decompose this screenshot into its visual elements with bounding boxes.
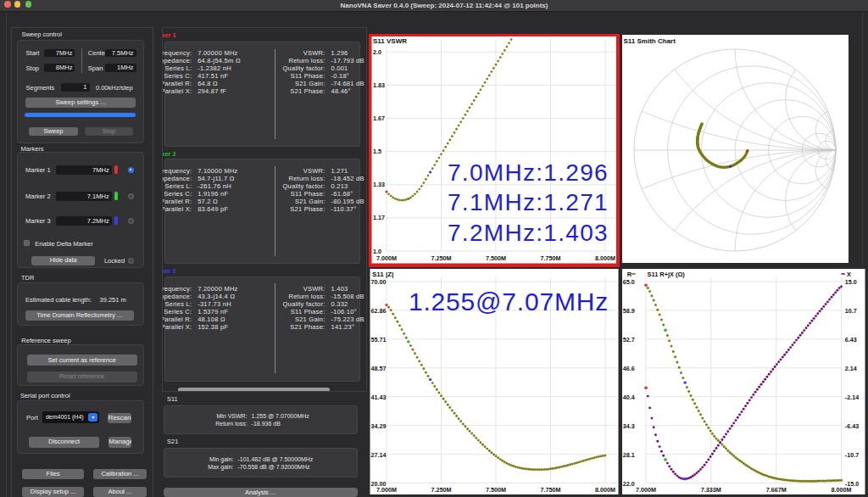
- svg-text:7.500M: 7.500M: [486, 254, 506, 262]
- svg-text:R: R: [627, 271, 632, 278]
- svg-text:S11 VSWR: S11 VSWR: [373, 37, 407, 45]
- svg-text:2.0: 2.0: [373, 48, 381, 56]
- svg-text:7.2MHz:1.403: 7.2MHz:1.403: [448, 220, 609, 246]
- svg-text:28.1: 28.1: [623, 451, 635, 459]
- svg-text:7.750M: 7.750M: [541, 254, 561, 262]
- svg-text:41.43: 41.43: [371, 394, 387, 401]
- svg-text:S11 R+jX (Ω): S11 R+jX (Ω): [648, 271, 686, 278]
- svg-text:52.7: 52.7: [623, 336, 635, 343]
- svg-text:7.250M: 7.250M: [431, 486, 452, 494]
- svg-text:1.33: 1.33: [373, 181, 385, 188]
- svg-text:10.7: 10.7: [845, 307, 857, 315]
- svg-text:1.83: 1.83: [373, 81, 385, 89]
- svg-text:S11 Smith Chart: S11 Smith Chart: [624, 37, 676, 45]
- svg-text:7.333M: 7.333M: [701, 486, 721, 494]
- svg-text:22.0: 22.0: [623, 480, 635, 488]
- svg-text:1.255@7.07MHz: 1.255@7.07MHz: [409, 288, 609, 316]
- svg-text:62.86: 62.86: [371, 307, 387, 315]
- svg-text:7.0MHz:1.296: 7.0MHz:1.296: [448, 159, 609, 186]
- svg-text:7.500M: 7.500M: [486, 486, 506, 494]
- svg-text:S11 |Z|: S11 |Z|: [372, 271, 393, 278]
- svg-text:1.67: 1.67: [373, 114, 385, 122]
- svg-text:27.14: 27.14: [371, 451, 387, 459]
- svg-text:58.9: 58.9: [623, 307, 635, 315]
- svg-text:-2.14: -2.14: [845, 394, 859, 401]
- svg-text:7.000M: 7.000M: [636, 486, 656, 494]
- svg-text:X: X: [847, 271, 851, 278]
- svg-text:40.4: 40.4: [623, 394, 635, 401]
- svg-text:8.000M: 8.000M: [595, 486, 615, 494]
- svg-text:55.71: 55.71: [371, 336, 387, 343]
- svg-text:7.250M: 7.250M: [431, 254, 452, 262]
- svg-text:8.000M: 8.000M: [595, 254, 615, 262]
- svg-text:7.000M: 7.000M: [376, 254, 397, 262]
- svg-text:7.750M: 7.750M: [541, 486, 561, 494]
- svg-text:-6.43: -6.43: [845, 422, 859, 430]
- svg-text:34.3: 34.3: [623, 422, 635, 430]
- svg-text:34.29: 34.29: [371, 422, 387, 430]
- svg-text:70.00: 70.00: [371, 278, 387, 286]
- svg-text:7.667M: 7.667M: [766, 486, 787, 494]
- svg-text:-10.7: -10.7: [845, 451, 859, 459]
- svg-text:7.1MHz:1.271: 7.1MHz:1.271: [448, 189, 609, 215]
- svg-text:15.0: 15.0: [845, 278, 857, 286]
- svg-text:6.43: 6.43: [845, 336, 857, 343]
- svg-text:7.000M: 7.000M: [376, 486, 397, 494]
- svg-text:65.0: 65.0: [623, 278, 635, 286]
- svg-text:1.5: 1.5: [373, 148, 381, 155]
- svg-text:1.17: 1.17: [373, 214, 385, 221]
- svg-text:2.14: 2.14: [845, 365, 857, 372]
- svg-text:8.000M: 8.000M: [832, 486, 852, 494]
- svg-text:46.6: 46.6: [623, 365, 635, 372]
- svg-text:48.57: 48.57: [371, 365, 387, 372]
